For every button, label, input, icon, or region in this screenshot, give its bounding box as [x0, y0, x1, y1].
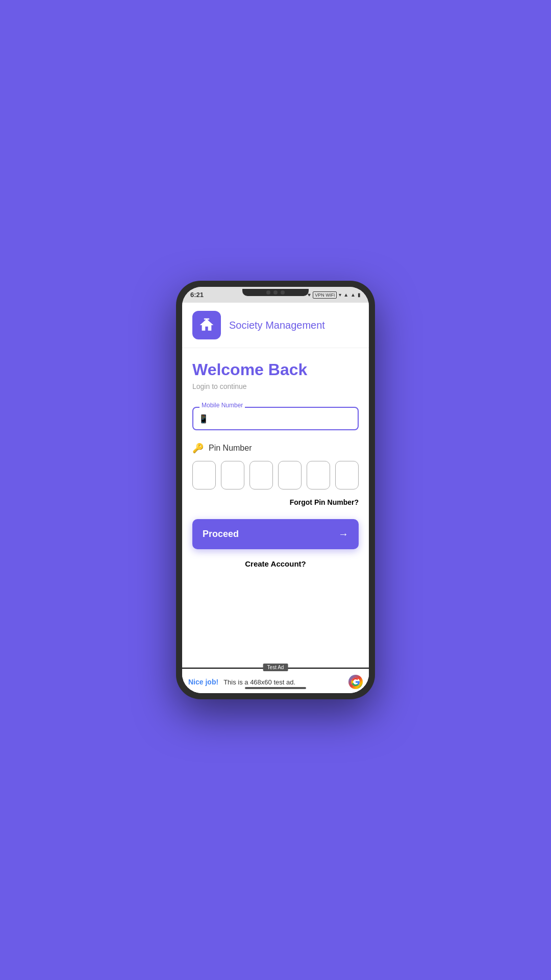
- create-account-link[interactable]: Create Account?: [245, 559, 306, 568]
- app-header: Society Management: [182, 303, 369, 348]
- pin-box-3[interactable]: [249, 461, 273, 489]
- pin-box-6[interactable]: [335, 461, 359, 489]
- phone-frame: 6:21 ♥ VPN WiFi ▾ ▲ ▲ ▮ Society M: [176, 281, 375, 699]
- forgot-pin-wrapper: Forgot Pin Number?: [192, 498, 359, 507]
- ad-tag-label: Test Ad: [263, 664, 288, 671]
- ad-nice-job-text: Nice job!: [188, 678, 218, 686]
- create-account-wrapper: Create Account?: [192, 559, 359, 569]
- pin-box-1[interactable]: [192, 461, 216, 489]
- notch-dot-center: [273, 290, 278, 295]
- mobile-phone-icon: 📱: [198, 414, 209, 424]
- signal-icon-1: ▲: [343, 292, 348, 298]
- pin-box-5[interactable]: [307, 461, 330, 489]
- pin-box-4[interactable]: [278, 461, 302, 489]
- login-subtitle: Login to continue: [192, 382, 359, 390]
- home-building-icon: [198, 317, 215, 333]
- app-content: Society Management Welcome Back Login to…: [182, 303, 369, 693]
- proceed-label: Proceed: [203, 529, 239, 540]
- app-title: Society Management: [229, 320, 325, 331]
- forgot-pin-link[interactable]: Forgot Pin Number?: [290, 498, 359, 506]
- mobile-field-label: Mobile Number: [199, 402, 245, 409]
- status-time: 6:21: [190, 291, 204, 299]
- phone-notch: [242, 289, 309, 296]
- key-icon: 🔑: [192, 443, 204, 454]
- phone-screen: 6:21 ♥ VPN WiFi ▾ ▲ ▲ ▮ Society M: [182, 287, 369, 693]
- ad-banner: Test Ad Nice job! This is a 468x60 test …: [182, 668, 369, 693]
- wifi-icon: ▾: [339, 292, 341, 298]
- pin-label-text: Pin Number: [209, 444, 252, 453]
- app-logo: [192, 311, 221, 339]
- pin-label-row: 🔑 Pin Number: [192, 443, 359, 454]
- welcome-title: Welcome Back: [192, 360, 359, 379]
- ad-description-text: This is a 468x60 test ad.: [223, 678, 343, 686]
- proceed-arrow-icon: →: [338, 528, 348, 540]
- notch-dot-left: [266, 290, 270, 295]
- home-indicator: [245, 687, 306, 689]
- pin-box-2[interactable]: [221, 461, 244, 489]
- status-icons: ♥ VPN WiFi ▾ ▲ ▲ ▮: [308, 291, 361, 299]
- battery-icon: ▮: [358, 292, 361, 298]
- notch-dot-right: [281, 290, 285, 295]
- mobile-field-wrapper: Mobile Number 📱: [192, 407, 359, 430]
- mobile-number-input[interactable]: [192, 407, 359, 430]
- main-content: Welcome Back Login to continue Mobile Nu…: [182, 348, 369, 664]
- svg-rect-0: [204, 318, 210, 320]
- pin-section: 🔑 Pin Number: [192, 443, 359, 489]
- vpn-indicator: VPN WiFi: [313, 291, 337, 299]
- proceed-button[interactable]: Proceed →: [192, 519, 359, 549]
- ad-google-icon: [348, 675, 363, 689]
- signal-icon-2: ▲: [350, 292, 356, 298]
- pin-boxes: [192, 461, 359, 489]
